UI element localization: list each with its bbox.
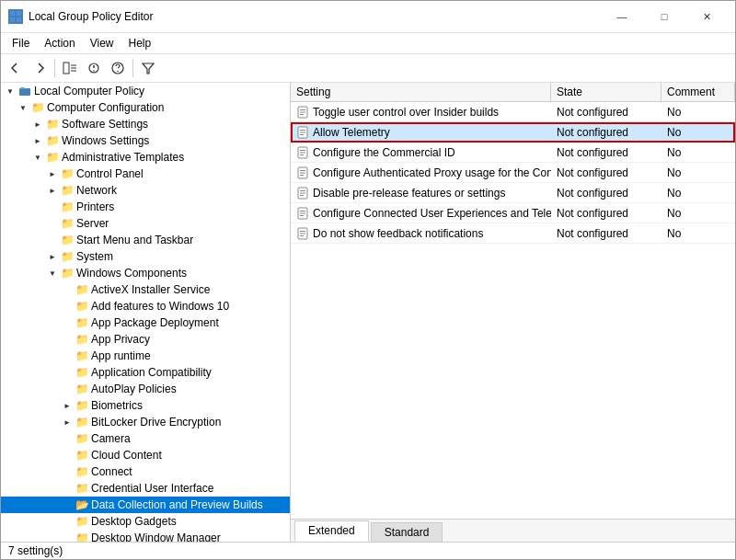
ws-expander[interactable]: ► (30, 133, 45, 148)
tree-view[interactable]: ▼ Local Computer Policy ▼ 📁 Computer Con… (1, 83, 290, 542)
row1-state: Not configured (551, 104, 661, 120)
help-button[interactable] (107, 57, 129, 79)
properties-button[interactable] (83, 57, 105, 79)
tree-item-bitlocker[interactable]: ► 📁 BitLocker Drive Encryption (1, 414, 290, 430)
dc-label: Data Collection and Preview Builds (91, 498, 263, 511)
cc2-label: Cloud Content (91, 449, 162, 462)
back-button[interactable] (5, 57, 27, 79)
tree-item-autoplay[interactable]: 📁 AutoPlay Policies (1, 381, 290, 397)
tree-item-server[interactable]: 📁 Server (1, 215, 290, 232)
root-expander[interactable]: ▼ (3, 84, 17, 98)
tree-item-credential-ui[interactable]: 📁 Credential User Interface (1, 480, 290, 497)
col-header-setting[interactable]: Setting (291, 83, 551, 101)
tab-standard[interactable]: Standard (371, 522, 443, 542)
menu-file[interactable]: File (5, 33, 37, 53)
apc-folder-icon: 📁 (75, 365, 89, 380)
wc-expander[interactable]: ▼ (45, 266, 60, 280)
tree-item-network[interactable]: ► 📁 Network (1, 182, 290, 199)
policy-icon-5 (296, 187, 309, 200)
cui-label: Credential User Interface (91, 482, 213, 495)
pr-label: Printers (76, 200, 114, 213)
policy-icon-2 (296, 126, 309, 139)
apk-label: App Package Deployment (91, 316, 219, 329)
cp-label: Control Panel (76, 167, 144, 180)
row6-setting: Configure Connected User Experiences and… (291, 205, 551, 222)
apc-expander (60, 365, 75, 380)
net-expander[interactable]: ► (45, 183, 60, 198)
ss-expander[interactable]: ► (30, 117, 45, 131)
cp-expander[interactable]: ► (45, 166, 60, 181)
col-header-state[interactable]: State (551, 83, 661, 101)
tree-item-camera[interactable]: 📁 Camera (1, 430, 290, 447)
tree-item-add-features[interactable]: 📁 Add features to Windows 10 (1, 298, 290, 314)
tree-item-desktop-wm[interactable]: 📁 Desktop Window Manager (1, 530, 290, 542)
list-row[interactable]: Disable pre-release features or settings… (291, 183, 735, 203)
main-content: ▼ Local Computer Policy ▼ 📁 Computer Con… (1, 83, 735, 542)
list-row[interactable]: Configure Authenticated Proxy usage for … (291, 163, 735, 183)
tree-item-connect[interactable]: 📁 Connect (1, 463, 290, 480)
col-header-comment[interactable]: Comment (661, 83, 735, 101)
close-button[interactable]: ✕ (685, 6, 728, 27)
app-icon (8, 9, 23, 24)
row6-state: Not configured (551, 205, 661, 222)
tree-item-cloud-content[interactable]: 📁 Cloud Content (1, 447, 290, 463)
tree-root[interactable]: ▼ Local Computer Policy (1, 83, 290, 99)
svg-rect-41 (300, 233, 305, 234)
pr-expander (45, 200, 60, 214)
tree-item-system[interactable]: ► 📁 System (1, 248, 290, 265)
menu-help[interactable]: Help (121, 33, 159, 53)
maximize-button[interactable]: □ (643, 6, 685, 27)
toolbar (1, 54, 735, 83)
menu-view[interactable]: View (83, 33, 121, 53)
cc-folder-icon: 📁 (30, 100, 45, 115)
tree-item-biometrics[interactable]: ► 📁 Biometrics (1, 397, 290, 414)
tree-item-control-panel[interactable]: ► 📁 Control Panel (1, 166, 290, 182)
cc-expander[interactable]: ▼ (16, 100, 30, 115)
at-folder-icon: 📁 (45, 150, 60, 165)
net-folder-icon: 📁 (60, 183, 75, 198)
list-row[interactable]: Toggle user control over Insider builds … (291, 102, 735, 122)
policy-icon-4 (296, 166, 309, 179)
row5-setting: Disable pre-release features or settings (291, 185, 551, 201)
list-row-selected[interactable]: Allow Telemetry Not configured No (291, 122, 735, 143)
svg-rect-40 (300, 231, 305, 232)
tree-item-windows-components[interactable]: ▼ 📁 Windows Components (1, 265, 290, 281)
bl-expander[interactable]: ► (60, 415, 75, 429)
tree-item-computer-config[interactable]: ▼ 📁 Computer Configuration (1, 99, 290, 116)
tree-item-software-settings[interactable]: ► 📁 Software Settings (1, 116, 290, 132)
bio-expander[interactable]: ► (60, 398, 75, 413)
tree-item-app-privacy[interactable]: 📁 App Privacy (1, 331, 290, 348)
tree-item-data-collection[interactable]: 📂 Data Collection and Preview Builds (1, 497, 290, 513)
tree-item-app-runtime[interactable]: 📁 App runtime (1, 348, 290, 364)
menu-action[interactable]: Action (37, 33, 82, 53)
list-row[interactable]: Configure the Commercial ID Not configur… (291, 143, 735, 163)
tree-item-printers[interactable]: 📁 Printers (1, 199, 290, 215)
apr-folder-icon: 📁 (75, 332, 89, 347)
apr-label: App Privacy (91, 333, 150, 346)
list-row[interactable]: Do not show feedback notifications Not c… (291, 223, 735, 244)
tree-item-activex[interactable]: 📁 ActiveX Installer Service (1, 281, 290, 298)
bl-folder-icon: 📁 (75, 415, 89, 429)
minimize-button[interactable]: — (601, 6, 643, 27)
list-view[interactable]: Setting State Comment Toggle user contro… (291, 83, 735, 519)
tree-item-desktop-gadgets[interactable]: 📁 Desktop Gadgets (1, 513, 290, 530)
svg-rect-17 (300, 111, 305, 112)
tree-item-app-compat[interactable]: 📁 Application Compatibility (1, 364, 290, 381)
tree-item-app-package[interactable]: 📁 App Package Deployment (1, 314, 290, 331)
list-row[interactable]: Configure Connected User Experiences and… (291, 203, 735, 223)
show-tree-button[interactable] (59, 57, 81, 79)
at-expander[interactable]: ▼ (30, 150, 45, 165)
svg-rect-16 (300, 109, 305, 110)
forward-button[interactable] (29, 57, 51, 79)
dc-folder-icon: 📂 (75, 497, 89, 512)
tree-item-windows-settings[interactable]: ► 📁 Windows Settings (1, 132, 290, 149)
svg-rect-28 (300, 170, 305, 171)
tree-item-start-menu[interactable]: 📁 Start Menu and Taskbar (1, 232, 290, 248)
svg-rect-24 (300, 150, 305, 151)
row4-setting: Configure Authenticated Proxy usage for … (291, 165, 551, 181)
tab-extended[interactable]: Extended (294, 520, 369, 542)
sys-expander[interactable]: ► (45, 249, 60, 264)
tree-item-admin-templates[interactable]: ▼ 📁 Administrative Templates (1, 149, 290, 166)
filter-button[interactable] (137, 57, 159, 79)
sys-label: System (76, 250, 113, 263)
